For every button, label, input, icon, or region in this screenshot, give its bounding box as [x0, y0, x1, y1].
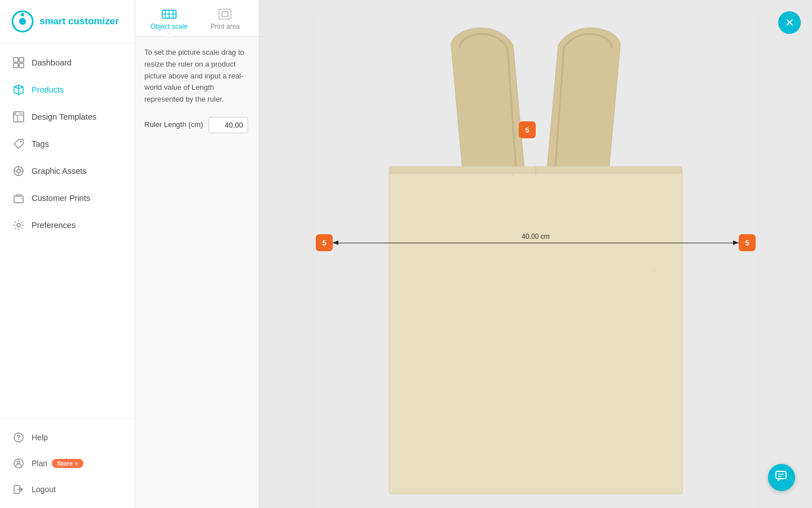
logout-icon	[12, 483, 25, 496]
svg-point-42	[541, 299, 542, 300]
svg-point-24	[18, 439, 19, 440]
ruler-length-row: Ruler Length (cm)	[144, 117, 250, 133]
sidebar-item-label-design-templates: Design Templates	[32, 112, 96, 121]
svg-marker-11	[14, 139, 23, 148]
svg-rect-51	[776, 471, 786, 479]
svg-point-12	[20, 141, 22, 143]
sidebar-item-label-customer-prints: Customer Prints	[32, 194, 90, 203]
customer-prints-icon	[12, 192, 25, 204]
sidebar-item-graphic-assets[interactable]: Graphic Assets	[0, 157, 135, 185]
svg-point-46	[665, 411, 666, 413]
svg-point-1	[19, 18, 26, 25]
object-scale-tab-icon	[161, 8, 177, 20]
svg-point-48	[496, 479, 497, 480]
svg-rect-19	[14, 196, 23, 203]
svg-rect-33	[219, 9, 231, 19]
sidebar-item-label-dashboard: Dashboard	[32, 58, 72, 67]
chat-button[interactable]	[768, 464, 795, 491]
sidebar-item-products[interactable]: Products	[0, 76, 135, 103]
products-icon	[12, 84, 25, 96]
app-name: smart customizer	[39, 16, 119, 27]
plan-badge[interactable]: Store +	[52, 459, 83, 468]
svg-point-26	[17, 461, 20, 464]
sidebar-bottom: Help Plan Store + Logout	[0, 418, 135, 508]
design-templates-icon	[12, 111, 25, 123]
sidebar-item-dashboard[interactable]: Dashboard	[0, 49, 135, 76]
ruler-length-label: Ruler Length (cm)	[144, 120, 203, 130]
svg-point-43	[456, 355, 457, 356]
sidebar-item-customer-prints[interactable]: Customer Prints	[0, 185, 135, 212]
panel-tabs: Object scale Print area	[135, 0, 259, 37]
plan-label: Plan	[32, 459, 47, 468]
plan-icon	[12, 457, 25, 470]
tote-bag-image	[316, 17, 756, 508]
tab-print-area[interactable]: Print area	[197, 0, 254, 36]
svg-point-47	[569, 440, 571, 441]
logout-item[interactable]: Logout	[0, 476, 135, 502]
help-item[interactable]: Help	[0, 424, 135, 450]
print-area-tab-icon	[217, 8, 233, 20]
help-icon	[12, 431, 25, 444]
svg-point-45	[417, 411, 418, 413]
product-image-area: 5 40.00 cm 5	[316, 17, 756, 508]
panel-description-area: To set the picture scale drag to resize …	[135, 37, 259, 143]
svg-rect-4	[19, 58, 24, 62]
svg-point-21	[21, 198, 22, 199]
tab-object-scale-label: Object scale	[151, 23, 188, 30]
svg-rect-5	[14, 63, 18, 68]
tab-object-scale[interactable]: Object scale	[141, 0, 197, 36]
ruler-length-input[interactable]	[209, 117, 248, 133]
panel-badge-number: 5	[519, 121, 536, 138]
panel-description: To set the picture scale drag to resize …	[144, 47, 250, 106]
close-icon: ✕	[785, 16, 795, 29]
app-logo-icon	[11, 10, 34, 33]
svg-point-10	[15, 113, 16, 115]
svg-point-22	[17, 224, 20, 227]
svg-point-44	[654, 270, 655, 272]
svg-point-41	[597, 214, 598, 215]
sidebar-item-label-tags: Tags	[32, 139, 49, 148]
sidebar-item-label-products: Products	[32, 85, 64, 94]
help-label: Help	[32, 433, 48, 442]
chat-icon	[775, 470, 788, 486]
settings-panel: Object scale Print area To set the pictu…	[135, 0, 259, 508]
close-button[interactable]: ✕	[778, 11, 801, 34]
sidebar-item-tags[interactable]: Tags	[0, 130, 135, 157]
sidebar-item-label-preferences: Preferences	[32, 221, 76, 230]
sidebar-item-design-templates[interactable]: Design Templates	[0, 103, 135, 130]
svg-point-13	[17, 169, 20, 173]
tags-icon	[12, 138, 25, 150]
logo-area: smart customizer	[0, 0, 135, 43]
plan-item[interactable]: Plan Store +	[0, 450, 135, 476]
logout-label: Logout	[32, 485, 56, 494]
main-nav: Dashboard Products	[0, 43, 135, 418]
tab-print-area-label: Print area	[210, 23, 240, 30]
svg-point-2	[21, 13, 24, 16]
svg-rect-36	[389, 167, 682, 494]
preferences-icon	[12, 219, 25, 231]
graphic-assets-icon	[12, 165, 25, 177]
sidebar-item-label-graphic-assets: Graphic Assets	[32, 167, 87, 176]
sidebar-item-preferences[interactable]: Preferences	[0, 212, 135, 239]
svg-rect-34	[222, 12, 228, 17]
canvas-area: ✕ 5	[259, 0, 812, 508]
dashboard-icon	[12, 56, 25, 69]
svg-point-40	[513, 174, 514, 176]
svg-point-39	[428, 197, 429, 198]
sidebar: smart customizer Dashboard	[0, 0, 135, 508]
svg-rect-3	[14, 58, 18, 62]
svg-rect-6	[19, 63, 24, 68]
